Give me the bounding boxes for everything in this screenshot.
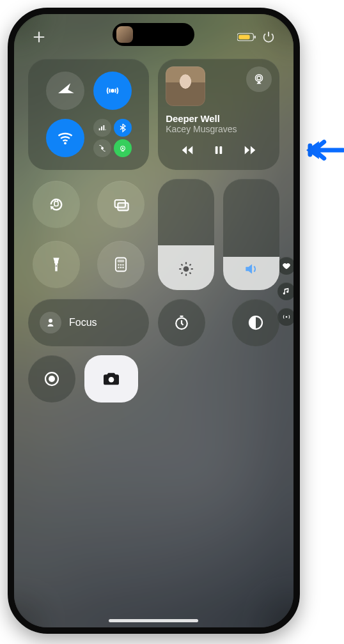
svg-rect-11: [219, 146, 222, 154]
control-center: Deeper Well Kacey Musgraves: [14, 14, 293, 627]
volume-slider[interactable]: [223, 179, 279, 290]
brightness-slider[interactable]: [158, 179, 214, 290]
svg-point-6: [121, 148, 123, 150]
album-art: [166, 66, 205, 106]
airplay-button[interactable]: [246, 66, 272, 92]
svg-point-23: [120, 267, 121, 268]
camera-button[interactable]: [84, 355, 138, 402]
svg-point-8: [257, 76, 261, 80]
power-button[interactable]: [259, 27, 278, 47]
status-right: [237, 27, 278, 47]
svg-rect-10: [215, 146, 218, 154]
slider-group: [158, 179, 279, 290]
connectivity-subgroup[interactable]: [93, 119, 132, 157]
bluetooth-toggle[interactable]: [114, 119, 132, 137]
screen-record-button[interactable]: [28, 355, 75, 402]
svg-point-25: [184, 266, 189, 272]
hotspot-toggle[interactable]: [114, 139, 132, 157]
callout-arrow-icon: [305, 137, 345, 164]
timer-button[interactable]: [158, 299, 205, 346]
svg-point-22: [118, 267, 120, 268]
svg-rect-2: [254, 36, 255, 39]
svg-rect-14: [118, 203, 129, 211]
track-artist: Kacey Musgraves: [166, 124, 271, 134]
svg-point-21: [123, 264, 124, 265]
right-controls-row: [158, 299, 279, 346]
cellular-toggle[interactable]: [93, 119, 111, 137]
next-track-button[interactable]: [242, 143, 258, 160]
svg-point-9: [255, 75, 262, 82]
focus-icon: [40, 312, 61, 334]
utility-group: [28, 179, 149, 290]
svg-point-20: [120, 264, 121, 265]
play-pause-button[interactable]: [213, 143, 224, 160]
svg-rect-1: [238, 35, 249, 40]
airdrop-toggle[interactable]: [93, 72, 132, 110]
now-playing-meta: Deeper Well Kacey Musgraves: [166, 113, 271, 134]
status-bar: [14, 24, 293, 50]
rotation-lock-button[interactable]: [33, 181, 80, 228]
track-title: Deeper Well: [166, 113, 271, 124]
airplane-mode-toggle[interactable]: [46, 72, 84, 110]
wifi-toggle[interactable]: [46, 119, 84, 157]
calculator-button[interactable]: [97, 241, 145, 288]
volume-icon: [243, 261, 260, 280]
record-camera-row: [28, 355, 149, 402]
flashlight-button[interactable]: [33, 241, 80, 288]
svg-point-19: [118, 264, 120, 265]
svg-point-24: [123, 267, 124, 268]
svg-point-16: [56, 265, 57, 266]
svg-point-3: [111, 89, 114, 93]
svg-point-31: [109, 377, 114, 383]
dark-mode-button[interactable]: [232, 299, 279, 346]
now-playing-tile[interactable]: Deeper Well Kacey Musgraves: [158, 59, 279, 170]
svg-rect-12: [54, 201, 58, 206]
svg-point-26: [49, 319, 52, 323]
brightness-icon: [178, 261, 194, 280]
focus-label: Focus: [69, 317, 97, 328]
previous-track-button[interactable]: [180, 143, 195, 160]
connectivity-group[interactable]: [28, 59, 149, 170]
add-control-button[interactable]: [29, 27, 49, 47]
iphone-frame: Deeper Well Kacey Musgraves: [8, 8, 300, 634]
satellite-toggle[interactable]: [93, 139, 111, 157]
svg-point-30: [49, 376, 55, 382]
home-indicator[interactable]: [109, 619, 198, 622]
svg-rect-18: [118, 259, 125, 262]
svg-point-4: [64, 142, 66, 144]
screen-mirroring-button[interactable]: [97, 181, 145, 228]
focus-button[interactable]: Focus: [28, 299, 149, 346]
